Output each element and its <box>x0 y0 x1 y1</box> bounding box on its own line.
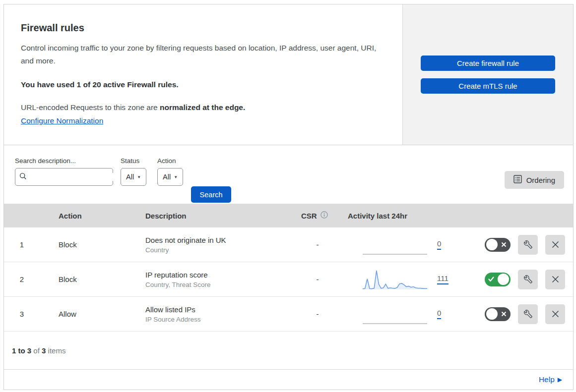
table-row: 1 Block Does not originate in UK Country… <box>4 227 573 262</box>
rule-fields: Country <box>145 246 290 254</box>
activity-count-link[interactable]: 0 <box>437 239 441 250</box>
edit-rule-button[interactable] <box>518 304 538 324</box>
search-input[interactable] <box>30 173 120 181</box>
rule-activity-cell: 0 <box>345 303 464 325</box>
page-description: Control incoming traffic to your zone by… <box>21 42 383 67</box>
actions-panel: Create firewall rule Create mTLS rule <box>402 4 573 145</box>
column-action: Action <box>55 212 141 220</box>
firewall-rules-card: Firewall rules Control incoming traffic … <box>3 4 574 390</box>
rule-action: Allow <box>55 310 141 318</box>
activity-sparkline <box>363 269 427 290</box>
search-input-wrapper <box>15 168 113 186</box>
create-mtls-rule-button[interactable]: Create mTLS rule <box>421 78 555 94</box>
help-footer: Help ▶ <box>4 370 573 390</box>
x-icon <box>501 242 507 247</box>
activity-sparkline <box>363 303 427 325</box>
rule-priority: 3 <box>4 310 55 318</box>
table-row: 3 Allow Allow listed IPs IP Source Addre… <box>4 297 573 332</box>
column-activity: Activity last 24hr <box>345 212 464 220</box>
x-icon <box>501 311 507 317</box>
chevron-down-icon: ▼ <box>137 175 141 179</box>
info-icon[interactable] <box>320 211 328 220</box>
search-button[interactable]: Search <box>191 186 231 203</box>
rule-enabled-toggle[interactable] <box>485 238 511 252</box>
action-dropdown[interactable]: All ▼ <box>157 168 183 186</box>
rule-priority: 2 <box>4 275 55 283</box>
edit-rule-button[interactable] <box>518 235 538 255</box>
usage-notice: You have used 1 of 20 active Firewall ru… <box>21 80 383 89</box>
edit-rule-button[interactable] <box>518 270 538 289</box>
filter-bar: Search description... Status All ▼ Actio… <box>4 145 573 204</box>
ordering-button[interactable]: Ordering <box>505 171 564 189</box>
intro-panel: Firewall rules Control incoming traffic … <box>4 4 402 145</box>
activity-count-link[interactable]: 0 <box>437 309 441 319</box>
rule-controls <box>464 270 573 289</box>
rule-csr: - <box>290 240 345 249</box>
rule-enabled-toggle[interactable] <box>485 307 511 321</box>
top-section: Firewall rules Control incoming traffic … <box>4 4 573 145</box>
rule-csr: - <box>290 275 345 283</box>
toggle-knob <box>486 308 498 320</box>
pagination-total: 3 <box>42 346 46 355</box>
rule-csr: - <box>290 310 345 318</box>
rule-description-cell: Allow listed IPs IP Source Address <box>141 305 290 323</box>
action-label: Action <box>157 157 183 165</box>
activity-sparkline <box>363 234 427 256</box>
configure-normalization-link[interactable]: Configure Normalization <box>21 116 103 125</box>
toggle-knob <box>498 274 509 285</box>
status-label: Status <box>121 157 146 165</box>
rule-activity-cell: 111 <box>345 269 464 290</box>
rule-controls <box>464 235 573 255</box>
column-description: Description <box>141 212 290 220</box>
pagination-status: 1 to 3 of 3 items <box>4 332 573 370</box>
search-icon <box>19 172 27 182</box>
rule-description-cell: IP reputation score Country, Threat Scor… <box>141 271 290 288</box>
search-group: Search description... <box>15 157 113 204</box>
activity-count-link[interactable]: 111 <box>437 274 448 284</box>
list-icon <box>513 175 522 185</box>
rule-description: Allow listed IPs <box>145 305 290 314</box>
rule-enabled-toggle[interactable] <box>485 273 511 286</box>
rule-fields: IP Source Address <box>145 316 290 323</box>
normalization-notice: URL-encoded Requests to this zone are no… <box>21 103 383 112</box>
column-csr: CSR <box>290 211 345 220</box>
check-icon <box>488 277 494 282</box>
status-dropdown[interactable]: All ▼ <box>121 168 146 186</box>
search-label: Search description... <box>15 157 113 165</box>
rule-fields: Country, Threat Score <box>145 281 290 288</box>
help-label: Help <box>539 375 555 384</box>
page-title: Firewall rules <box>21 22 383 34</box>
rule-action: Block <box>55 275 141 283</box>
arrow-right-icon: ▶ <box>558 376 562 383</box>
toggle-knob <box>486 239 498 250</box>
status-filter-group: Status All ▼ <box>121 157 146 204</box>
chevron-down-icon: ▼ <box>174 175 178 179</box>
rule-description: IP reputation score <box>145 271 290 279</box>
action-filter-group: Action All ▼ <box>157 157 183 204</box>
rule-priority: 1 <box>4 240 55 249</box>
action-value: All <box>163 173 171 181</box>
pagination-range: 1 to 3 <box>12 346 31 355</box>
table-header: Action Description CSR Activity last 24h… <box>4 204 573 227</box>
create-firewall-rule-button[interactable]: Create firewall rule <box>421 56 555 71</box>
status-value: All <box>126 173 134 181</box>
delete-rule-button[interactable] <box>545 270 565 289</box>
rule-description-cell: Does not originate in UK Country <box>141 236 290 254</box>
rule-description: Does not originate in UK <box>145 236 290 244</box>
rule-controls <box>464 304 573 324</box>
help-link[interactable]: Help ▶ <box>539 375 562 384</box>
table-row: 2 Block IP reputation score Country, Thr… <box>4 262 573 297</box>
delete-rule-button[interactable] <box>545 304 565 324</box>
ordering-label: Ordering <box>526 176 555 184</box>
rule-action: Block <box>55 240 141 249</box>
delete-rule-button[interactable] <box>545 235 565 255</box>
rule-activity-cell: 0 <box>345 234 464 256</box>
